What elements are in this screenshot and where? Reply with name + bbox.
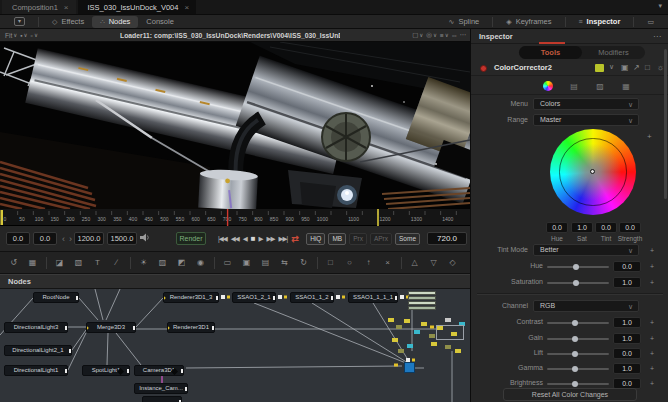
collapsed-node-row[interactable] [408,301,436,305]
viewer-canvas[interactable] [0,42,470,209]
composition-tab[interactable]: Composition1× [2,0,76,14]
node-tile[interactable]: Instance_Cam... [134,383,188,394]
go-first-button[interactable]: |◀◀ [218,235,227,243]
slider-track[interactable] [547,368,609,370]
node-tile[interactable]: RootNode [33,292,79,303]
viewer-icon[interactable]: ◎∨ [426,31,437,39]
slider-track[interactable] [547,266,609,268]
inspector-menu-icon[interactable]: ⋯ [653,32,661,41]
fast-reverse-button[interactable]: ◀◀ [231,235,239,243]
range-dropdown[interactable]: Master∨ [533,114,639,126]
play-reverse-button[interactable]: ◀ [243,235,247,243]
keyframe-icon[interactable]: + [650,335,654,342]
mini-node[interactable] [421,322,427,326]
node-tile[interactable]: Camera3D1 [134,365,184,376]
menubar-effects-button[interactable]: ◇Effects [44,16,92,28]
pin-icon[interactable]: ↗ [633,63,640,72]
mini-node[interactable] [429,334,435,338]
keyframe-icon[interactable]: + [650,279,654,286]
go-last-button[interactable]: ▶▶| [279,235,288,243]
keyframe-icon[interactable]: + [650,263,654,270]
tool-icon[interactable]: ↺ [6,256,21,270]
slider-track[interactable] [547,383,609,385]
stop-button[interactable]: ■ [251,234,255,243]
value-strength[interactable]: 0.0 [619,222,641,233]
mini-node[interactable] [404,319,410,323]
slider-knob[interactable] [572,366,578,372]
node-tile-selected[interactable] [404,362,415,373]
color-wheel-cursor[interactable] [590,169,595,174]
tool-icon[interactable]: ▣ [239,256,254,270]
tool-icon[interactable]: △ [407,256,422,270]
color-wheel[interactable] [550,129,636,215]
slider-track[interactable] [547,338,609,340]
node-enable-toggle[interactable] [480,65,487,72]
mini-node[interactable] [392,338,398,342]
tool-icon[interactable]: ◇ [445,256,460,270]
copy-icon[interactable]: ▣ [621,63,629,72]
output-port[interactable] [273,296,276,300]
global-start-field[interactable]: 0.0 [6,232,30,245]
reset-all-color-changes-button[interactable]: Reset All Color Changes [503,388,637,401]
mini-node[interactable] [445,345,451,349]
tool-icon[interactable]: ▧ [71,256,86,270]
loop-button[interactable]: ⇄ [291,234,299,244]
viewer-icon[interactable]: ▫∨ [31,32,38,39]
toggle-some[interactable]: Some [395,233,420,245]
input-port[interactable] [167,325,170,331]
viewer-icon[interactable]: ≡∨ [440,32,449,39]
output-port[interactable] [65,326,68,330]
value-hue[interactable]: 0.0 [546,222,568,233]
collapsed-node-row[interactable] [408,306,436,310]
menu-dropdown[interactable]: Colors∨ [533,98,639,110]
output-port[interactable] [212,326,215,330]
toggle-hiq[interactable]: HiQ [306,233,325,245]
menubar-inspector-button[interactable]: ≡Inspector [571,16,629,28]
tool-icon[interactable]: ○ [342,256,357,270]
slider-knob[interactable] [572,351,578,357]
output-port[interactable] [65,369,68,373]
viewer-fit-control[interactable]: Fit∨ [5,32,17,39]
composition-tab[interactable]: ISS_030_IssUnDock_V004× [78,0,197,14]
output-port[interactable] [127,369,130,373]
node-glyph-icon[interactable] [117,368,124,375]
tool-icon[interactable]: ▭ [220,256,235,270]
inspector-scrollbar[interactable] [664,49,667,199]
slider-knob[interactable] [572,320,578,326]
tool-icon[interactable]: ▦ [25,256,40,270]
node-tile[interactable]: Merge3D3 [86,322,136,333]
slider-value-field[interactable]: 1.0 [613,333,641,344]
tool-icon[interactable]: ◪ [52,256,67,270]
keyframe-icon[interactable]: + [650,350,654,357]
tint-mode-dropdown[interactable]: Better∨ [533,244,639,256]
input-port[interactable] [163,295,166,301]
slider-knob[interactable] [572,381,578,387]
node-tile[interactable]: Renderer3D1 [167,322,215,333]
menubar-spline-button[interactable]: ∿Spline [441,16,488,28]
slider-knob[interactable] [572,336,578,342]
tool-icon[interactable]: ◩ [174,256,189,270]
slider-track[interactable] [547,322,609,324]
slider-track[interactable] [547,353,609,355]
render-button[interactable]: Render [176,232,206,245]
viewer-icon[interactable]: ▢∨ [412,31,423,39]
slider-track[interactable] [547,282,609,284]
menubar-console-button[interactable]: Console [138,16,182,28]
viewer-icon[interactable]: ▪∨ [20,32,27,39]
tab-modifiers[interactable]: Modifiers [582,46,645,59]
output-port[interactable] [181,369,184,373]
keyframe-icon[interactable]: + [650,365,654,372]
tool-icon[interactable]: ↑ [361,256,376,270]
slider-knob[interactable] [573,280,579,286]
play-button[interactable]: ▶ [259,235,263,243]
section-tab-color-wheel[interactable] [539,81,557,93]
tool-icon[interactable]: T [90,256,105,270]
output-port[interactable] [133,326,136,330]
mini-node[interactable] [388,318,394,322]
section-tab-brush[interactable]: ▨ [591,81,609,93]
tool-icon[interactable]: □ [323,256,338,270]
mini-node[interactable] [414,330,420,334]
slider-value-field[interactable]: 1.0 [613,363,641,374]
node-glyph-icon[interactable] [171,368,178,375]
slider-value-field[interactable]: 0.0 [613,348,641,359]
